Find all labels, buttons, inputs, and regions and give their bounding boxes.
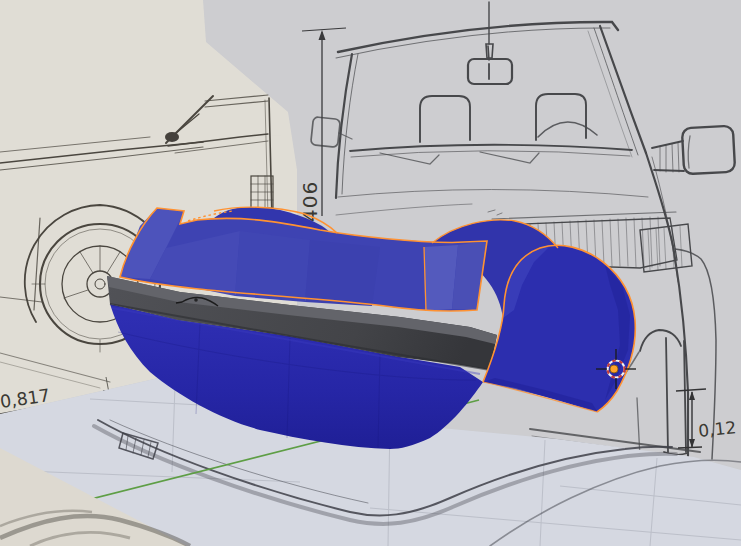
crack-dot: [194, 298, 198, 302]
viewport-canvas[interactable]: 406 0,12: [0, 0, 741, 546]
object-origin-icon: [610, 365, 618, 373]
viewport-window: 406 0,12: [0, 0, 741, 546]
flange-facet: [235, 231, 310, 302]
flange-facet: [305, 240, 380, 306]
dimension-label-0-12: 0,12: [697, 417, 737, 441]
